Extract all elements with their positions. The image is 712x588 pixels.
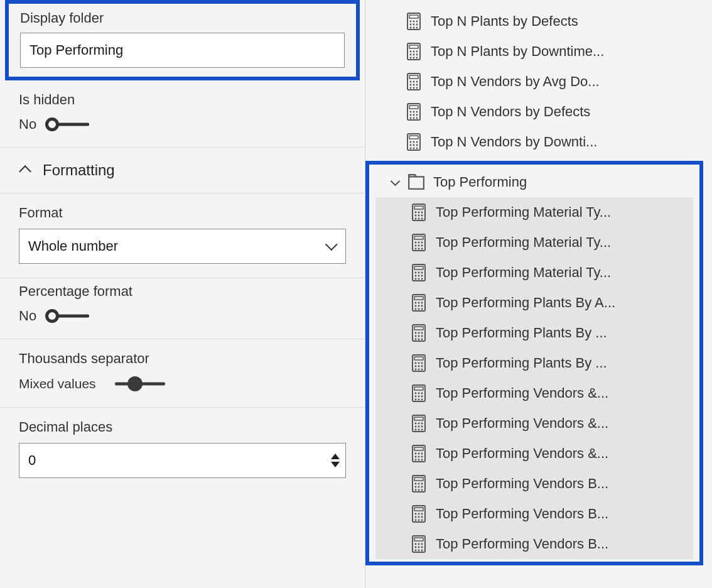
- field-label: Top N Vendors by Avg Do...: [431, 74, 701, 90]
- field-row[interactable]: Top Performing Material Ty...: [375, 258, 693, 288]
- field-label: Top N Plants by Downtime...: [431, 43, 701, 60]
- measure-icon: [412, 475, 426, 493]
- measure-icon: [407, 43, 421, 60]
- chevron-up-icon: [19, 165, 30, 176]
- field-label: Top N Plants by Defects: [431, 13, 701, 30]
- field-row[interactable]: Top N Vendors by Downti...: [372, 127, 706, 157]
- field-label: Top N Vendors by Downti...: [431, 134, 701, 150]
- decrement-button[interactable]: [331, 462, 340, 467]
- properties-panel: Display folder Is hidden No Formatting F…: [0, 0, 365, 588]
- field-row[interactable]: Top Performing Plants By ...: [375, 348, 693, 378]
- field-row[interactable]: Top N Plants by Downtime...: [372, 36, 706, 67]
- is-hidden-value: No: [19, 116, 36, 133]
- percentage-section: Percentage format No: [0, 278, 365, 339]
- folder-highlight: Top Performing Top Performing Material T…: [365, 161, 703, 565]
- format-select[interactable]: Whole number: [19, 229, 346, 264]
- measure-icon: [412, 505, 426, 523]
- measure-icon: [412, 535, 426, 553]
- decimal-section: Decimal places: [0, 407, 365, 492]
- measure-icon: [412, 384, 426, 402]
- measure-icon: [412, 415, 426, 432]
- field-label: Top Performing Vendors &...: [436, 445, 688, 462]
- percentage-value: No: [19, 308, 36, 324]
- field-row[interactable]: Top Performing Vendors B...: [375, 469, 693, 499]
- field-label: Top Performing Plants By A...: [436, 295, 688, 311]
- field-row[interactable]: Top Performing Vendors &...: [375, 378, 693, 408]
- measure-icon: [407, 103, 421, 121]
- format-section: Format Whole number: [0, 193, 365, 278]
- field-label: Top Performing Material Ty...: [436, 264, 688, 281]
- format-value: Whole number: [28, 238, 118, 254]
- decimal-places-label: Decimal places: [19, 419, 346, 435]
- thousands-value: Mixed values: [19, 376, 96, 391]
- chevron-down-icon: [325, 238, 338, 251]
- field-row[interactable]: Top Performing Vendors B...: [375, 529, 693, 559]
- is-hidden-label: Is hidden: [19, 92, 346, 108]
- percentage-toggle[interactable]: [45, 307, 89, 325]
- measure-icon: [412, 294, 426, 312]
- increment-button[interactable]: [331, 454, 340, 459]
- format-label: Format: [19, 205, 346, 221]
- measure-icon: [412, 324, 426, 342]
- measure-icon: [412, 445, 426, 462]
- thousands-label: Thousands separator: [19, 351, 346, 367]
- fields-panel: Top N Plants by DefectsTop N Plants by D…: [365, 0, 712, 588]
- decimal-places-input[interactable]: [19, 443, 346, 478]
- field-label: Top Performing Material Ty...: [436, 234, 688, 251]
- formatting-section-header[interactable]: Formatting: [0, 147, 365, 193]
- field-row[interactable]: Top Performing Plants By A...: [375, 288, 693, 318]
- thousands-slider[interactable]: [115, 374, 165, 393]
- field-row[interactable]: Top Performing Vendors &...: [375, 438, 693, 469]
- field-label: Top Performing Plants By ...: [436, 355, 688, 371]
- field-row[interactable]: Top N Vendors by Defects: [372, 97, 706, 127]
- percentage-label: Percentage format: [19, 283, 346, 300]
- field-row[interactable]: Top Performing Material Ty...: [375, 197, 693, 227]
- field-row[interactable]: Top Performing Vendors &...: [375, 408, 693, 438]
- field-label: Top Performing Vendors B...: [436, 476, 688, 492]
- measure-icon: [412, 354, 426, 372]
- measure-icon: [412, 204, 426, 221]
- display-folder-label: Display folder: [20, 10, 345, 26]
- field-label: Top Performing Plants By ...: [436, 325, 688, 341]
- measure-icon: [407, 13, 421, 30]
- measure-icon: [407, 133, 421, 151]
- field-row[interactable]: Top N Plants by Defects: [372, 6, 706, 36]
- field-label: Top Performing Vendors B...: [436, 506, 688, 522]
- folder-icon: [408, 173, 424, 191]
- field-label: Top Performing Vendors B...: [436, 536, 688, 552]
- is-hidden-toggle[interactable]: [45, 116, 89, 133]
- field-row[interactable]: Top Performing Material Ty...: [375, 227, 693, 258]
- field-row[interactable]: Top Performing Vendors B...: [375, 499, 693, 529]
- measure-icon: [407, 73, 421, 90]
- folder-children: Top Performing Material Ty...Top Perform…: [375, 197, 693, 559]
- is-hidden-section: Is hidden No: [0, 80, 365, 147]
- fields-list: Top N Plants by DefectsTop N Plants by D…: [365, 6, 712, 157]
- folder-row[interactable]: Top Performing: [375, 167, 693, 197]
- field-label: Top Performing Vendors &...: [436, 385, 688, 401]
- thousands-section: Thousands separator Mixed values: [0, 339, 365, 407]
- field-row[interactable]: Top N Vendors by Avg Do...: [372, 67, 706, 97]
- field-label: Top N Vendors by Defects: [431, 104, 701, 120]
- display-folder-highlight: Display folder: [5, 0, 360, 80]
- formatting-title: Formatting: [43, 161, 115, 179]
- chevron-down-icon: [391, 178, 399, 187]
- field-label: Top Performing Vendors &...: [436, 415, 688, 432]
- svg-rect-0: [409, 177, 424, 188]
- measure-icon: [412, 234, 426, 251]
- field-label: Top Performing Material Ty...: [436, 204, 688, 220]
- display-folder-input[interactable]: [20, 33, 345, 68]
- folder-label: Top Performing: [433, 174, 688, 190]
- measure-icon: [412, 264, 426, 281]
- field-row[interactable]: Top Performing Plants By ...: [375, 318, 693, 348]
